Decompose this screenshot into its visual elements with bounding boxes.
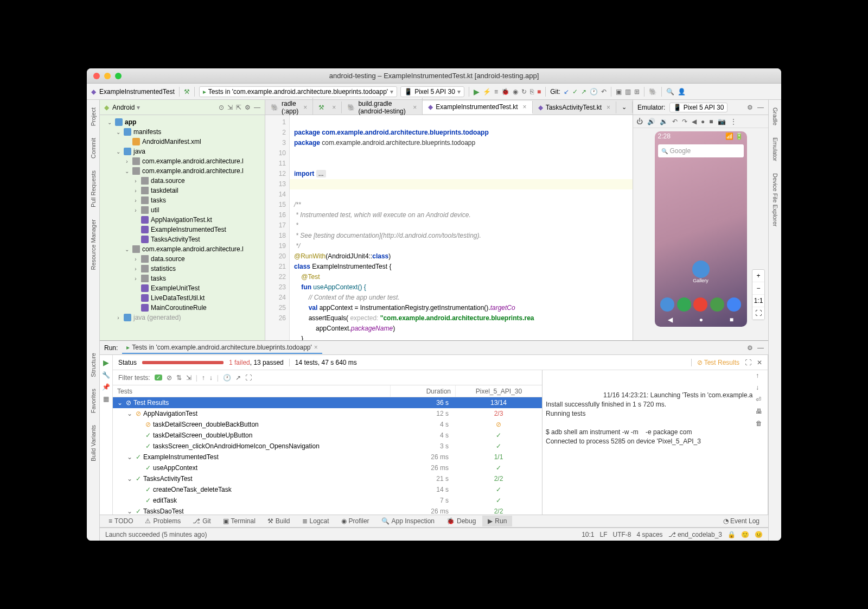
more-icon[interactable]: ⋮ [730, 118, 737, 125]
tree-row[interactable]: ExampleUnitTest [100, 283, 265, 293]
encoding[interactable]: UTF-8 [613, 531, 631, 538]
tree-row[interactable]: ⌄app [100, 117, 265, 127]
apply-code-icon[interactable]: ≡ [494, 88, 498, 96]
tree-row[interactable]: MainCoroutineRule [100, 303, 265, 313]
tree-row[interactable]: ›tasks [100, 195, 265, 205]
zoom-out-button[interactable]: − [752, 282, 764, 295]
close-window-button[interactable] [93, 73, 100, 79]
bottom-tab-run[interactable]: ▶Run [482, 516, 512, 526]
expand-icon[interactable]: ⇲ [186, 374, 192, 382]
editor-tab[interactable]: ◆TasksActivityTest.kt× [533, 101, 616, 113]
tool-project[interactable]: Project [90, 104, 97, 129]
maximize-window-button[interactable] [115, 73, 122, 79]
hammer-icon[interactable]: ⚒ [184, 88, 190, 96]
tree-row[interactable]: ›data.source [100, 254, 265, 264]
stop-button[interactable]: ■ [537, 88, 541, 96]
tree-row[interactable]: ›com.example.android.architecture.l [100, 156, 265, 166]
clear-icon[interactable]: 🗑 [756, 419, 767, 428]
line-separator[interactable]: LF [600, 531, 608, 538]
console-output[interactable]: ↑ ↓ ⏎ 🖶 🗑 11/16 14:23:21: Launching 'Tes… [542, 370, 768, 515]
layout-btn-icon[interactable]: ▦ [103, 395, 109, 403]
test-row[interactable]: ✓editTask7 s✓ [113, 495, 542, 506]
git-history-icon[interactable]: 🕐 [590, 88, 598, 96]
scroll-up-icon[interactable]: ↑ [756, 371, 767, 380]
avatar-icon[interactable]: 👤 [678, 88, 686, 96]
cursor-position[interactable]: 10:1 [582, 531, 594, 538]
vol-down-icon[interactable]: 🔉 [660, 118, 668, 125]
bottom-tab-terminal[interactable]: ▣Terminal [218, 516, 261, 526]
test-row[interactable]: ⌄⊘Test Results36 s13/14 [113, 397, 542, 408]
settings-icon[interactable]: ⚙ [245, 104, 251, 111]
coverage-icon[interactable]: ◉ [513, 88, 518, 96]
bottom-tab-app inspection[interactable]: 🔍App Inspection [376, 516, 440, 526]
tool-pull-requests[interactable]: Pull Requests [90, 167, 97, 211]
tree-row[interactable]: ›tasks [100, 274, 265, 283]
zoom-fit-button[interactable]: ⛶ [752, 307, 764, 320]
editor-tab[interactable]: ◆ExampleInstrumentedTest.kt× [423, 101, 532, 114]
git-update-icon[interactable]: ↙ [564, 88, 569, 96]
show-passed-toggle[interactable]: ✓ [155, 375, 162, 380]
tree-row[interactable]: ›taskdetail [100, 186, 265, 195]
vol-up-icon[interactable]: 🔊 [647, 118, 655, 125]
git-push-icon[interactable]: ↗ [581, 88, 586, 96]
toggle-auto-icon[interactable]: 🔧 [102, 371, 110, 379]
indent[interactable]: 4 spaces [637, 531, 663, 538]
overview-icon[interactable]: ■ [709, 118, 713, 125]
rotate-left-icon[interactable]: ↶ [672, 118, 678, 125]
emulator-screen[interactable]: 2:28📶 🔋 🔍 Google Gallery [655, 131, 747, 327]
search-icon[interactable]: 🔍 [666, 88, 674, 96]
export-icon[interactable]: ↗ [235, 374, 241, 382]
screenshot-icon[interactable]: 📷 [718, 118, 726, 125]
rerun-button[interactable]: ▶ [103, 358, 109, 367]
collapse-all-icon[interactable]: ⇱ [236, 104, 241, 111]
more-tabs[interactable]: ⌄ [616, 101, 633, 113]
maximize-icon[interactable]: ⛶ [745, 359, 751, 366]
phone-search-widget[interactable]: 🔍 Google [658, 144, 744, 157]
project-tree[interactable]: ⌄app⌄manifestsAndroidManifest.xml⌄java›c… [100, 115, 265, 340]
tree-row[interactable]: ›util [100, 205, 265, 215]
device-dropdown[interactable]: 📱Pixel 5 API 30▾ [400, 86, 464, 97]
zoom-reset-button[interactable]: 1:1 [752, 295, 764, 307]
pin-icon[interactable]: 📌 [102, 383, 110, 391]
test-row[interactable]: ⌄✓ExampleInstrumentedTest26 ms1/1 [113, 452, 542, 462]
profile-icon[interactable]: ↻ [521, 88, 527, 96]
tree-row[interactable]: LiveDataTestUtil.kt [100, 293, 265, 303]
tree-row[interactable]: TasksActivityTest [100, 234, 265, 244]
debug-button[interactable]: 🐞 [501, 88, 509, 96]
tool-favorites[interactable]: Favorites [90, 385, 97, 416]
import-icon[interactable]: 🕐 [223, 374, 231, 382]
emulator-settings-icon[interactable]: ⚙ [747, 104, 753, 111]
run-hide-icon[interactable]: — [757, 344, 764, 352]
minimize-window-button[interactable] [104, 73, 111, 79]
test-row[interactable]: ⊘taskDetailScreen_doubleBackButton4 s⊘ [113, 419, 542, 430]
bottom-tab-debug[interactable]: 🐞Debug [441, 516, 481, 526]
print-icon[interactable]: 🖶 [756, 407, 767, 416]
breadcrumb[interactable]: ExampleInstrumentedTest [99, 88, 175, 96]
tree-row[interactable]: ›data.source [100, 176, 265, 186]
bottom-tab-todo[interactable]: ≡TODO [103, 516, 138, 526]
sdk-icon[interactable]: ▥ [625, 88, 631, 96]
bottom-tab-build[interactable]: ⚒Build [262, 516, 296, 526]
tool-emulator[interactable]: Emulator [772, 134, 778, 164]
code-content[interactable]: package com.example.android.architecture… [290, 115, 633, 340]
test-row[interactable]: ✓taskDetailScreen_doubleUpButton4 s✓ [113, 430, 542, 441]
bottom-tab-problems[interactable]: ⚠Problems [139, 516, 186, 526]
test-row[interactable]: ⌄⊘AppNavigationTest12 s2/3 [113, 408, 542, 419]
apply-changes-icon[interactable]: ⚡ [483, 88, 491, 96]
bottom-tab-git[interactable]: ⎇Git [187, 516, 216, 526]
tree-row[interactable]: ⌄java [100, 147, 265, 156]
editor-tab[interactable]: 🐘build.gradle (android-testing)× [342, 98, 423, 117]
expand-all-icon[interactable]: ⇲ [227, 104, 233, 111]
tool-commit[interactable]: Commit [90, 135, 97, 162]
sort-icon[interactable]: ⇅ [176, 374, 182, 382]
sad-face-icon[interactable]: 😐 [755, 531, 763, 538]
attach-icon[interactable]: ⎘ [530, 88, 534, 96]
project-view-selector[interactable]: Android ▾ [112, 104, 140, 111]
show-ignored-toggle[interactable]: ⊘ [167, 374, 172, 382]
scroll-down-icon[interactable]: ↓ [756, 383, 767, 392]
hide-icon[interactable]: — [254, 104, 260, 111]
event-log-button[interactable]: ◔ Event Log [718, 516, 765, 526]
run-settings-icon[interactable]: ⚙ [747, 344, 753, 352]
tool-structure[interactable]: Structure [90, 350, 97, 380]
tool-build-variants[interactable]: Build Variants [90, 422, 97, 465]
